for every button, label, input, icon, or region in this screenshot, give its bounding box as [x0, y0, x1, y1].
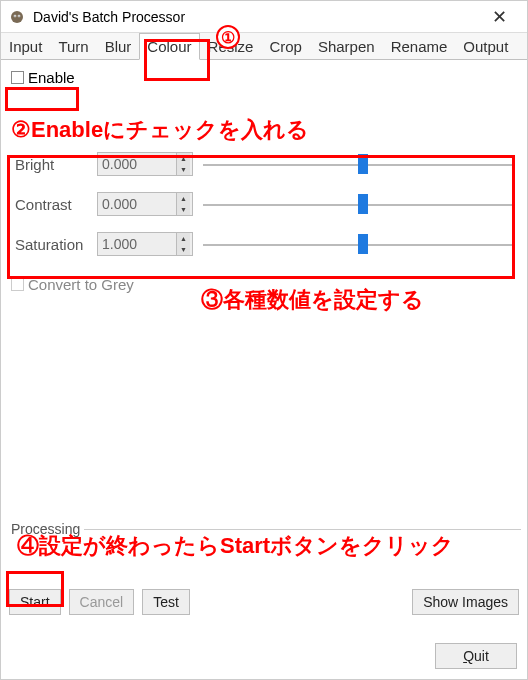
titlebar: David's Batch Processor ✕: [1, 1, 527, 33]
contrast-slider[interactable]: [203, 194, 513, 214]
cancel-button[interactable]: Cancel: [69, 589, 135, 615]
convert-label: Convert to Grey: [28, 276, 134, 293]
saturation-slider[interactable]: [203, 234, 513, 254]
contrast-spinbox[interactable]: ▲▼: [97, 192, 193, 216]
param-row-bright: Bright ▲▼: [15, 144, 513, 184]
svg-point-4: [18, 15, 19, 16]
tab-crop[interactable]: Crop: [261, 33, 310, 59]
colour-panel: Enable Bright ▲▼ Contrast ▲▼: [1, 60, 527, 295]
saturation-spinbox[interactable]: ▲▼: [97, 232, 193, 256]
spin-up-icon[interactable]: ▲: [177, 153, 190, 164]
convert-checkbox[interactable]: [11, 278, 24, 291]
enable-label: Enable: [28, 69, 75, 86]
tab-blur[interactable]: Blur: [97, 33, 140, 59]
tab-rename[interactable]: Rename: [383, 33, 456, 59]
tab-output[interactable]: Output: [455, 33, 516, 59]
bright-spinbox[interactable]: ▲▼: [97, 152, 193, 176]
test-button[interactable]: Test: [142, 589, 190, 615]
tab-colour[interactable]: Colour: [139, 33, 199, 60]
param-row-saturation: Saturation ▲▼: [15, 224, 513, 264]
processing-group: Processing Start Cancel Test Show Images: [7, 529, 521, 617]
close-button[interactable]: ✕: [479, 6, 519, 28]
start-button[interactable]: Start: [9, 589, 61, 615]
bright-input[interactable]: [98, 153, 176, 175]
convert-row[interactable]: Convert to Grey: [11, 276, 517, 293]
tab-turn[interactable]: Turn: [50, 33, 96, 59]
spin-down-icon[interactable]: ▼: [177, 244, 190, 255]
contrast-label: Contrast: [15, 196, 97, 213]
saturation-input[interactable]: [98, 233, 176, 255]
spin-down-icon[interactable]: ▼: [177, 164, 190, 175]
show-images-button[interactable]: Show Images: [412, 589, 519, 615]
svg-point-3: [14, 15, 15, 16]
app-icon: [9, 9, 25, 25]
tab-input[interactable]: Input: [1, 33, 50, 59]
window-title: David's Batch Processor: [33, 9, 479, 25]
slider-thumb[interactable]: [358, 194, 368, 214]
bright-slider[interactable]: [203, 154, 513, 174]
slider-thumb[interactable]: [358, 154, 368, 174]
svg-point-0: [11, 11, 23, 23]
bright-label: Bright: [15, 156, 97, 173]
spin-up-icon[interactable]: ▲: [177, 193, 190, 204]
spin-up-icon[interactable]: ▲: [177, 233, 190, 244]
slider-thumb[interactable]: [358, 234, 368, 254]
contrast-input[interactable]: [98, 193, 176, 215]
enable-checkbox[interactable]: [11, 71, 24, 84]
quit-button[interactable]: Quit: [435, 643, 517, 669]
processing-buttons: Start Cancel Test Show Images: [7, 587, 521, 617]
params-area: Bright ▲▼ Contrast ▲▼ Saturation: [11, 140, 517, 268]
quit-row: Quit: [435, 643, 517, 669]
processing-label: Processing: [7, 521, 84, 537]
saturation-label: Saturation: [15, 236, 97, 253]
tab-sharpen[interactable]: Sharpen: [310, 33, 383, 59]
tab-resize[interactable]: Resize: [200, 33, 262, 59]
spin-down-icon[interactable]: ▼: [177, 204, 190, 215]
enable-row[interactable]: Enable: [11, 66, 75, 88]
tab-bar: Input Turn Blur Colour Resize Crop Sharp…: [1, 33, 527, 60]
param-row-contrast: Contrast ▲▼: [15, 184, 513, 224]
